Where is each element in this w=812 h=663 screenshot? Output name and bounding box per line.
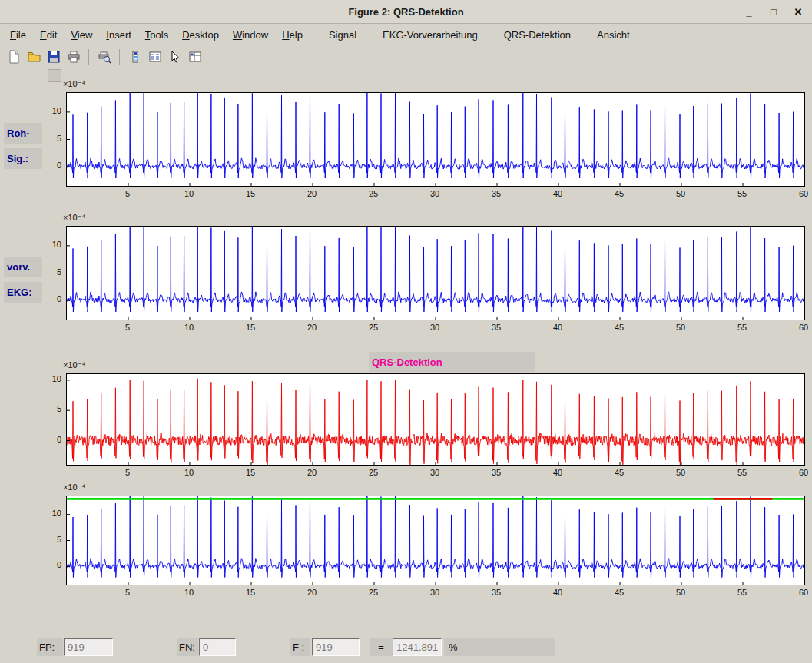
toolbar-print-preview-button[interactable] bbox=[95, 48, 113, 65]
fn-label: FN: bbox=[177, 638, 198, 656]
x-tick-label: 55 bbox=[734, 468, 751, 477]
y-tick-label: 0 bbox=[43, 161, 61, 170]
toolbar-save-button[interactable] bbox=[45, 48, 62, 65]
x-tick-label: 15 bbox=[242, 189, 259, 198]
x-tick-label: 45 bbox=[611, 588, 628, 597]
x-tick-label: 60 bbox=[795, 588, 812, 597]
open-folder-icon bbox=[27, 50, 41, 64]
x-tick-label: 25 bbox=[365, 468, 382, 477]
x-tick-label: 25 bbox=[365, 189, 382, 198]
figure-window: Figure 2: QRS-Detektion _ □ ✕ File Edit … bbox=[0, 0, 812, 663]
x-tick-label: 25 bbox=[365, 588, 382, 597]
fp-input[interactable] bbox=[64, 638, 113, 656]
minimize-button[interactable]: _ bbox=[743, 6, 755, 18]
qrs-detektion-plot-title: QRS-Detektion bbox=[369, 352, 535, 372]
label-roh-signal-line2: Sig.: bbox=[4, 148, 42, 169]
x-tick-label: 60 bbox=[795, 189, 812, 198]
x-tick-label: 55 bbox=[734, 189, 751, 198]
x-tick-label: 15 bbox=[242, 468, 259, 477]
menu-qrs-detektion[interactable]: QRS-Detektion bbox=[497, 25, 578, 45]
y-tick-label: 10 bbox=[43, 106, 61, 115]
menu-help[interactable]: Help bbox=[275, 25, 310, 45]
x-tick-label: 55 bbox=[734, 588, 751, 597]
toolbar-print-button[interactable] bbox=[65, 48, 82, 65]
legend-icon bbox=[148, 50, 162, 64]
x-tick-label: 35 bbox=[488, 189, 505, 198]
x-tick-label: 55 bbox=[734, 323, 751, 332]
y-tick-label: 10 bbox=[43, 240, 61, 249]
menu-insert[interactable]: Insert bbox=[99, 25, 138, 45]
plot-vorv-ekg bbox=[66, 226, 805, 320]
close-button[interactable]: ✕ bbox=[792, 6, 804, 18]
x-tick-label: 30 bbox=[426, 323, 443, 332]
percent-label: % bbox=[444, 638, 555, 656]
fn-input[interactable] bbox=[199, 638, 236, 656]
x-tick-label: 45 bbox=[611, 189, 628, 198]
menu-window[interactable]: Window bbox=[226, 25, 275, 45]
x-tick-label: 45 bbox=[611, 323, 628, 332]
toolbar-property-editor-button[interactable] bbox=[186, 48, 204, 65]
x-tick-label: 40 bbox=[549, 189, 566, 198]
x-tick-label: 20 bbox=[303, 323, 320, 332]
menu-desktop[interactable]: Desktop bbox=[175, 25, 226, 45]
toolbar-pointer-button[interactable] bbox=[166, 48, 184, 65]
y-scale-label: ×10⁻⁴ bbox=[63, 79, 85, 89]
x-tick-label: 30 bbox=[426, 189, 443, 198]
ratio-input[interactable] bbox=[393, 638, 442, 656]
plot-ekg-detektion-markers bbox=[66, 496, 805, 585]
toolbar-legend-button[interactable] bbox=[146, 48, 164, 65]
x-tick-label: 10 bbox=[181, 468, 197, 477]
y-tick-label: 5 bbox=[43, 404, 61, 413]
menu-view[interactable]: View bbox=[64, 25, 99, 45]
menu-ansicht[interactable]: Ansicht bbox=[590, 25, 637, 45]
new-document-icon bbox=[7, 50, 21, 64]
titlebar: Figure 2: QRS-Detektion _ □ ✕ bbox=[0, 0, 812, 24]
maximize-button[interactable]: □ bbox=[767, 6, 780, 18]
x-tick-label: 5 bbox=[119, 468, 136, 477]
x-tick-label: 60 bbox=[795, 468, 812, 477]
menu-file[interactable]: File bbox=[3, 25, 33, 45]
label-vorv-ekg-line1: vorv. bbox=[4, 257, 42, 277]
menubar: File Edit View Insert Tools Desktop Wind… bbox=[0, 24, 812, 45]
ecg-trace-svg bbox=[67, 227, 804, 320]
x-tick-label: 40 bbox=[549, 323, 566, 332]
property-editor-icon bbox=[188, 50, 202, 64]
menu-ekg-vorverarbeitung[interactable]: EKG-Vorverarbeitung bbox=[376, 25, 485, 45]
toolbar-separator bbox=[88, 49, 89, 65]
toolbar-separator bbox=[119, 49, 120, 65]
x-tick-label: 20 bbox=[303, 468, 320, 477]
fp-label: FP: bbox=[37, 638, 63, 656]
y-tick-label: 10 bbox=[43, 374, 61, 383]
x-tick-label: 10 bbox=[181, 323, 197, 332]
colorbar-icon bbox=[128, 50, 142, 64]
f-input[interactable] bbox=[312, 638, 360, 656]
toolbar-open-button[interactable] bbox=[25, 48, 42, 65]
x-tick-label: 25 bbox=[365, 323, 382, 332]
toolbar-colorbar-button[interactable] bbox=[126, 48, 144, 65]
x-tick-label: 5 bbox=[119, 323, 136, 332]
toolbar-new-button[interactable] bbox=[5, 48, 22, 65]
x-tick-label: 50 bbox=[672, 189, 689, 198]
y-tick-label: 5 bbox=[43, 267, 61, 277]
x-tick-label: 40 bbox=[549, 468, 566, 477]
plot-qrs-detektion bbox=[66, 373, 805, 466]
label-vorv-ekg-line2: EKG: bbox=[4, 282, 42, 303]
pointer-icon bbox=[168, 50, 182, 64]
x-tick-label: 10 bbox=[181, 588, 197, 597]
y-scale-label: ×10⁻⁴ bbox=[63, 213, 85, 223]
y-tick-label: 5 bbox=[43, 134, 61, 143]
x-tick-label: 30 bbox=[426, 468, 443, 477]
x-tick-label: 5 bbox=[119, 189, 136, 198]
menu-tools[interactable]: Tools bbox=[138, 25, 175, 45]
y-tick-label: 0 bbox=[43, 560, 61, 569]
small-panel bbox=[48, 69, 61, 82]
menu-edit[interactable]: Edit bbox=[33, 25, 64, 45]
plot-roh-signal bbox=[66, 92, 805, 187]
window-title: Figure 2: QRS-Detektion bbox=[0, 6, 812, 18]
x-tick-label: 45 bbox=[611, 468, 628, 477]
y-scale-label: ×10⁻⁴ bbox=[63, 482, 85, 492]
x-tick-label: 40 bbox=[549, 588, 566, 597]
menu-signal[interactable]: Signal bbox=[322, 25, 363, 45]
x-tick-label: 35 bbox=[488, 323, 505, 332]
print-preview-icon bbox=[98, 50, 111, 64]
